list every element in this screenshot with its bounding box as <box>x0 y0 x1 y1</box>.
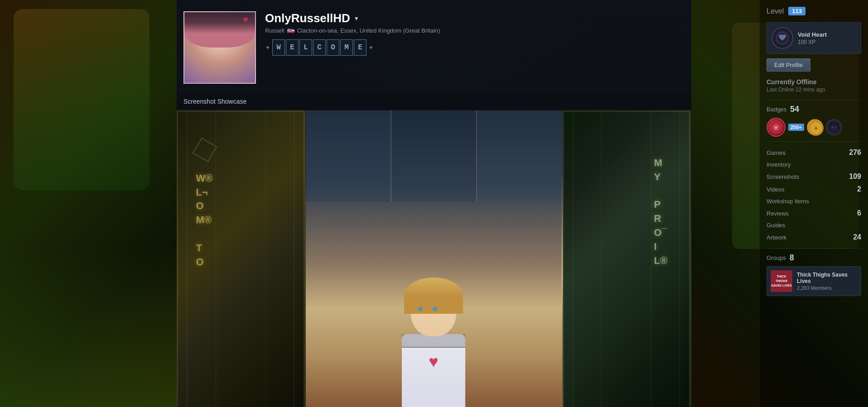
window-left <box>306 110 391 202</box>
badge-cat[interactable] <box>826 119 842 135</box>
stat-videos[interactable]: Videos 2 <box>767 183 861 196</box>
divider-1 <box>767 100 861 100</box>
stat-games-label: Games <box>767 149 786 156</box>
svg-point-9 <box>830 124 838 132</box>
stat-screenshots-value: 109 <box>849 172 861 181</box>
content-body: Screenshot Showcase <box>177 93 691 407</box>
stat-workshop[interactable]: Workshop Items <box>767 196 861 207</box>
stat-screenshots-label: Screenshots <box>767 173 799 180</box>
groups-header: Groups 8 <box>767 253 861 263</box>
group-members-1: 2,283 Members <box>797 285 857 291</box>
stat-reviews[interactable]: Reviews 6 <box>767 207 861 220</box>
avatar-image <box>184 12 255 83</box>
char-body <box>402 334 465 407</box>
badges-header: Badges 54 <box>767 105 861 114</box>
svg-text:✦: ✦ <box>814 125 818 132</box>
void-heart-icon <box>776 32 789 44</box>
group-name-1: Thick Thighs Saves Lives <box>797 272 857 284</box>
svg-text:THICK: THICK <box>776 275 786 278</box>
groups-section: Groups 8 THICK THIGHS SAVES LIVES Thick … <box>767 253 861 296</box>
group-icon-1: THICK THIGHS SAVES LIVES <box>771 270 792 292</box>
stat-guides[interactable]: Guides <box>767 220 861 231</box>
username: OnlyRussellHD <box>265 11 350 25</box>
frame-line-r1 <box>573 110 573 407</box>
stat-artwork-label: Artwork <box>767 234 786 241</box>
badges-section: Badges 54 250+ ✦ <box>767 105 861 137</box>
status-section: Currently Offline Last Online 22 mins ag… <box>767 78 861 93</box>
profile-header: OnlyRussellHD ▼ Russell 🇬🇧 Clacton-on-se… <box>177 0 691 93</box>
group-info-1: Thick Thighs Saves Lives 2,283 Members <box>797 272 857 291</box>
divider-3 <box>767 248 861 249</box>
hex-decoration <box>193 138 217 163</box>
badge-red-seal[interactable] <box>767 118 786 137</box>
stat-artwork[interactable]: Artwork 24 <box>767 231 861 244</box>
level-section: Level 113 <box>767 7 861 15</box>
profile-info: OnlyRussellHD ▼ Russell 🇬🇧 Clacton-on-se… <box>256 11 678 56</box>
welcome-area: ✦ W E L C O M E ✦ <box>265 39 678 56</box>
letter-c: C <box>313 39 326 56</box>
svg-point-11 <box>835 126 837 128</box>
flag-icon: 🇬🇧 <box>287 28 294 33</box>
letter-e1: E <box>286 39 299 56</box>
letter-l: L <box>299 39 312 56</box>
background-left <box>0 0 177 407</box>
showcase-panel-left[interactable] <box>177 110 306 407</box>
window-frame-right <box>563 110 691 407</box>
stats-section: Games 276 Inventory Screenshots 109 Vide… <box>767 146 861 244</box>
edit-profile-button[interactable]: Edit Profile <box>767 58 810 72</box>
badges-label: Badges <box>767 106 786 113</box>
svg-point-10 <box>831 126 833 128</box>
showcase-images <box>177 110 691 407</box>
badge-gold-coin[interactable]: ✦ <box>807 119 823 135</box>
stat-workshop-label: Workshop Items <box>767 198 809 205</box>
stat-videos-label: Videos <box>767 186 785 193</box>
svg-text:SAVES LIVES: SAVES LIVES <box>771 284 792 287</box>
dropdown-icon[interactable]: ▼ <box>354 15 359 22</box>
star-right: ✦ <box>368 44 374 51</box>
level-badge: 113 <box>788 7 805 15</box>
xp-card[interactable]: Void Heart 100 XP <box>767 22 861 54</box>
right-panel: Level 113 Void Heart 100 XP Edit Profile… <box>759 0 868 407</box>
cat-icon <box>827 119 841 135</box>
frame-line-2 <box>294 110 294 407</box>
badges-row: 250+ ✦ <box>767 118 861 137</box>
last-online: Last Online 22 mins ago <box>767 86 861 93</box>
stat-inventory-label: Inventory <box>767 161 791 168</box>
frame-line-1 <box>187 110 188 407</box>
letter-o: O <box>327 39 339 56</box>
groups-label: Groups <box>767 254 786 261</box>
showcase-panel-center[interactable] <box>306 110 563 407</box>
main-content: OnlyRussellHD ▼ Russell 🇬🇧 Clacton-on-se… <box>177 0 691 407</box>
showcase-title: Screenshot Showcase <box>183 98 246 105</box>
welcome-letters: W E L C O M E <box>272 39 366 56</box>
svg-text:THIGHS: THIGHS <box>776 279 788 283</box>
anime-character <box>379 172 488 407</box>
group-card-1[interactable]: THICK THIGHS SAVES LIVES Thick Thighs Sa… <box>767 266 861 296</box>
letter-m: M <box>340 39 353 56</box>
xp-icon <box>772 27 793 49</box>
stat-games[interactable]: Games 276 <box>767 146 861 159</box>
xp-info: Void Heart 100 XP <box>798 31 856 45</box>
thick-thighs-icon: THICK THIGHS SAVES LIVES <box>771 270 792 292</box>
avatar <box>183 11 256 84</box>
stat-reviews-value: 6 <box>857 209 861 217</box>
showcase-section: Screenshot Showcase <box>177 93 691 407</box>
xp-amount: 100 XP <box>798 39 856 45</box>
gold-coin-icon: ✦ <box>808 120 824 136</box>
xp-name: Void Heart <box>798 31 856 38</box>
location: Clacton-on-sea, Essex, United Kingdom (G… <box>297 27 440 34</box>
red-seal-icon <box>770 121 782 134</box>
level-label: Level <box>767 7 784 15</box>
stat-screenshots[interactable]: Screenshots 109 <box>767 170 861 183</box>
window-right <box>477 110 562 202</box>
online-status: Currently Offline <box>767 78 861 86</box>
stat-inventory[interactable]: Inventory <box>767 159 861 170</box>
divider-2 <box>767 141 861 142</box>
badge-count-250: 250+ <box>788 124 804 131</box>
real-name-row: Russell 🇬🇧 Clacton-on-sea, Essex, United… <box>265 27 678 34</box>
stat-guides-label: Guides <box>767 222 785 229</box>
stat-games-value: 276 <box>849 148 861 157</box>
star-left: ✦ <box>265 44 270 51</box>
badges-count: 54 <box>790 105 799 114</box>
showcase-panel-right[interactable] <box>563 110 692 407</box>
